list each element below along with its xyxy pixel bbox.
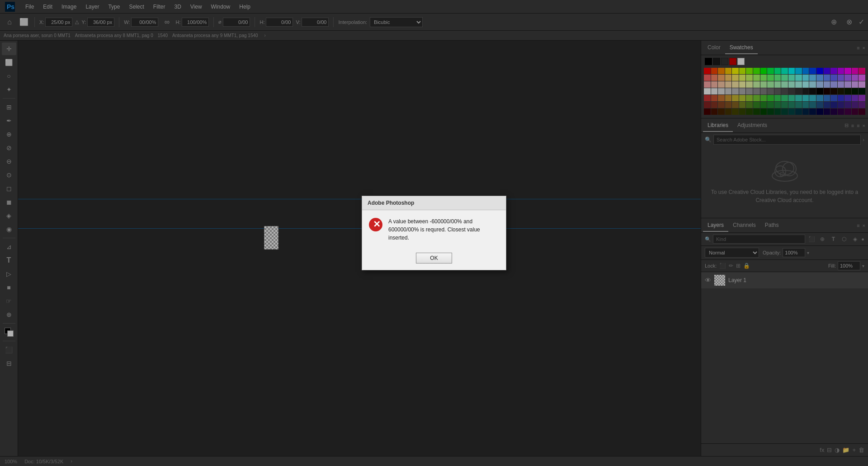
dialog-body: ✕ A value between -600000/00% and 600000… — [362, 210, 506, 249]
dialog-error-icon: ✕ — [368, 217, 383, 232]
dialog-box: Adobe Photoshop ✕ A value between -60000… — [362, 196, 506, 270]
dialog-titlebar: Adobe Photoshop — [362, 196, 506, 210]
ok-button[interactable]: OK — [416, 253, 452, 264]
dialog-message: A value between -600000/00% and 600000/0… — [388, 217, 500, 242]
svg-text:✕: ✕ — [373, 219, 381, 229]
dialog-footer: OK — [362, 249, 506, 270]
dialog-overlay: Adobe Photoshop ✕ A value between -60000… — [0, 0, 868, 466]
